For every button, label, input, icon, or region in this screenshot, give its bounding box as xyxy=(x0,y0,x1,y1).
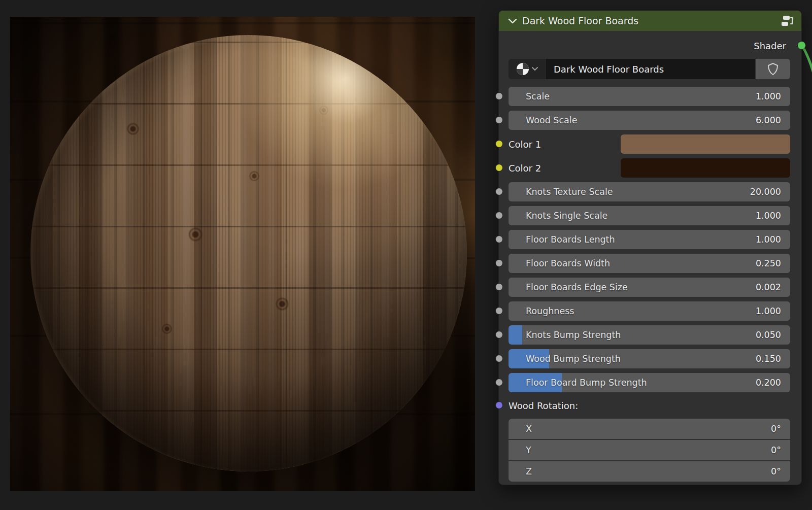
floor-boards-edge-size-field[interactable]: Floor Boards Edge Size 0.002 xyxy=(509,278,790,297)
field-label: Knots Single Scale xyxy=(526,211,756,221)
blender-shader-editor: Dark Wood Floor Boards Shader xyxy=(0,0,812,510)
material-datablock-row: Dark Wood Floor Boards xyxy=(509,59,790,79)
field-label: Wood Scale xyxy=(526,115,756,125)
input-socket-roughness[interactable] xyxy=(495,307,503,315)
field-label: Floor Boards Edge Size xyxy=(526,282,756,292)
input-row-knots-texture-scale: Knots Texture Scale 20.000 xyxy=(509,182,790,201)
input-row-wood-scale: Wood Scale 6.000 xyxy=(509,111,790,130)
knots-single-scale-field[interactable]: Knots Single Scale 1.000 xyxy=(509,206,790,225)
field-value: 6.000 xyxy=(756,115,781,125)
roughness-field[interactable]: Roughness 1.000 xyxy=(509,301,790,321)
input-row-floor-boards-width: Floor Boards Width 0.250 xyxy=(509,254,790,273)
node-group-icon xyxy=(781,15,794,27)
input-socket-floor-boards-length[interactable] xyxy=(495,235,503,243)
input-row-scale: Scale 1.000 xyxy=(509,87,790,106)
field-value: 0.002 xyxy=(756,282,781,292)
input-socket-floor-board-bump-strength[interactable] xyxy=(495,379,503,386)
material-browse-button[interactable] xyxy=(509,59,545,79)
input-socket-floor-boards-edge-size[interactable] xyxy=(495,283,503,291)
wood-rotation-vector: X 0° Y 0° Z 0° xyxy=(509,419,790,482)
input-socket-wood-rotation[interactable] xyxy=(495,401,503,409)
node-dark-wood-floor-boards[interactable]: Dark Wood Floor Boards Shader xyxy=(498,10,802,485)
node-title: Dark Wood Floor Boards xyxy=(522,15,776,26)
output-label: Shader xyxy=(754,41,786,51)
wood-scale-field[interactable]: Wood Scale 6.000 xyxy=(509,111,790,130)
field-value: 1.000 xyxy=(756,91,781,101)
input-row-color-2: Color 2 xyxy=(509,158,790,178)
axis-label: X xyxy=(526,424,771,434)
input-socket-knots-texture-scale[interactable] xyxy=(495,188,503,195)
axis-label: Z xyxy=(526,466,771,477)
field-label: Floor Board Bump Strength xyxy=(526,378,756,388)
rotation-x-field[interactable]: X 0° xyxy=(509,419,790,439)
floor-boards-length-field[interactable]: Floor Boards Length 1.000 xyxy=(509,230,790,249)
input-row-floor-boards-edge-size: Floor Boards Edge Size 0.002 xyxy=(509,278,790,297)
slider-fill xyxy=(509,325,522,345)
collapse-chevron-icon[interactable] xyxy=(508,18,517,24)
field-value: 0.200 xyxy=(756,378,781,388)
input-row-wood-bump-strength: Wood Bump Strength 0.150 xyxy=(509,349,790,368)
floor-boards-width-field[interactable]: Floor Boards Width 0.250 xyxy=(509,254,790,273)
input-row-knots-single-scale: Knots Single Scale 1.000 xyxy=(509,206,790,225)
color-2-swatch[interactable] xyxy=(621,158,790,178)
floor-board-bump-strength-slider[interactable]: Floor Board Bump Strength 0.200 xyxy=(509,373,790,392)
knots-bump-strength-slider[interactable]: Knots Bump Strength 0.050 xyxy=(509,325,790,345)
field-label: Floor Boards Length xyxy=(526,234,756,245)
field-value: 1.000 xyxy=(756,306,781,316)
input-row-color-1: Color 1 xyxy=(509,134,790,154)
field-value: 0.150 xyxy=(756,354,781,364)
field-value: 1.000 xyxy=(756,211,781,221)
node-header[interactable]: Dark Wood Floor Boards xyxy=(499,11,801,31)
input-row-floor-board-bump-strength: Floor Board Bump Strength 0.200 xyxy=(509,373,790,392)
chevron-down-icon xyxy=(532,67,538,71)
axis-value: 0° xyxy=(771,466,781,477)
color-1-swatch[interactable] xyxy=(621,134,790,154)
preview-vignette xyxy=(10,17,475,491)
field-label: Floor Boards Width xyxy=(526,258,756,268)
wood-bump-strength-slider[interactable]: Wood Bump Strength 0.150 xyxy=(509,349,790,368)
field-label: Wood Bump Strength xyxy=(526,354,756,364)
field-label: Knots Texture Scale xyxy=(526,187,750,197)
scale-field[interactable]: Scale 1.000 xyxy=(509,87,790,106)
shield-icon xyxy=(767,62,779,76)
input-socket-knots-single-scale[interactable] xyxy=(495,212,503,219)
input-socket-knots-bump-strength[interactable] xyxy=(495,331,503,338)
material-name-field[interactable]: Dark Wood Floor Boards xyxy=(546,59,755,79)
output-row-shader: Shader xyxy=(499,37,801,54)
rotation-y-field[interactable]: Y 0° xyxy=(509,440,790,460)
field-value: 1.000 xyxy=(756,234,781,245)
material-sphere-icon xyxy=(516,62,530,76)
rotation-label: Wood Rotation: xyxy=(509,400,578,411)
input-socket-floor-boards-width[interactable] xyxy=(495,259,503,267)
field-value: 0.050 xyxy=(756,330,781,340)
color-label: Color 2 xyxy=(509,163,621,174)
color-label: Color 1 xyxy=(509,139,621,150)
fake-user-shield-button[interactable] xyxy=(756,59,790,79)
input-row-knots-bump-strength: Knots Bump Strength 0.050 xyxy=(509,325,790,345)
shader-output-socket[interactable] xyxy=(797,41,806,50)
field-label: Scale xyxy=(526,91,756,101)
axis-value: 0° xyxy=(771,445,781,455)
knots-texture-scale-field[interactable]: Knots Texture Scale 20.000 xyxy=(509,182,790,201)
field-label: Roughness xyxy=(526,306,756,316)
rotation-z-field[interactable]: Z 0° xyxy=(509,461,790,482)
input-row-roughness: Roughness 1.000 xyxy=(509,301,790,321)
input-socket-color-1[interactable] xyxy=(495,140,503,148)
field-value: 0.250 xyxy=(756,258,781,268)
input-row-floor-boards-length: Floor Boards Length 1.000 xyxy=(509,230,790,249)
input-socket-scale[interactable] xyxy=(495,92,503,100)
axis-value: 0° xyxy=(771,424,781,434)
axis-label: Y xyxy=(526,445,771,455)
field-label: Knots Bump Strength xyxy=(526,330,756,340)
field-value: 20.000 xyxy=(750,187,781,197)
node-inputs: Scale 1.000 Wood Scale 6.000 Color 1 Col… xyxy=(499,87,801,392)
material-preview-image xyxy=(10,17,475,491)
input-row-wood-rotation: Wood Rotation: xyxy=(509,397,790,414)
input-socket-wood-scale[interactable] xyxy=(495,116,503,124)
input-socket-color-2[interactable] xyxy=(495,164,503,172)
input-socket-wood-bump-strength[interactable] xyxy=(495,355,503,362)
